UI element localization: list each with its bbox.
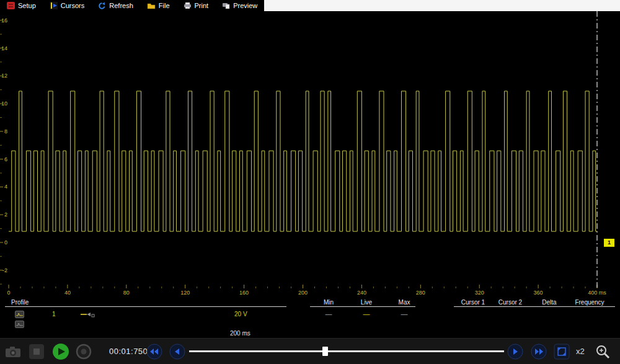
stop-button[interactable] <box>29 344 45 360</box>
x-axis-label: 360 <box>534 290 543 296</box>
x-axis-label: 0 <box>7 290 10 296</box>
y-axis-label: 4 <box>0 184 7 190</box>
divider <box>5 306 286 307</box>
playback-controls: 00:01:750 x2 <box>0 338 620 364</box>
y-axis-label: 0 <box>0 239 7 246</box>
zoom-button[interactable] <box>594 343 611 360</box>
timeline-slider-handle[interactable] <box>322 347 328 356</box>
profile-header: Profile <box>11 299 29 306</box>
y-axis-label: 8 <box>0 128 7 135</box>
y-axis-label: 12 <box>0 73 7 79</box>
x-axis-label: 40 <box>64 290 71 296</box>
setup-icon <box>7 2 15 9</box>
zoom-factor-label: x2 <box>576 347 585 356</box>
y-axis-label: 2 <box>0 211 7 218</box>
y-axis-label: 6 <box>0 156 7 162</box>
measurements-panel: Profile Min Live Max Cursor 1 Cursor 2 D… <box>0 298 620 338</box>
menubar-spacer <box>264 0 620 11</box>
min-header: Min <box>324 299 334 306</box>
cursors-icon <box>50 2 58 9</box>
play-button[interactable] <box>52 343 69 360</box>
snapshot-button[interactable] <box>5 345 21 358</box>
x-axis-label: 400 ms <box>588 290 606 296</box>
menu-preview[interactable]: Preview <box>215 0 264 11</box>
menu-cursors[interactable]: Cursors <box>43 0 92 11</box>
menu-setup-label: Setup <box>18 2 36 9</box>
refresh-icon <box>98 2 106 10</box>
step-forward-button[interactable] <box>507 344 523 360</box>
channel1-live-value: — <box>363 310 370 317</box>
printer-icon <box>184 2 192 9</box>
x-axis-label: 160 <box>239 290 249 296</box>
channel1-max-value: — <box>401 310 408 317</box>
divider <box>310 306 415 307</box>
x-axis-label: 120 <box>180 290 190 296</box>
menu-file-label: File <box>159 2 170 9</box>
max-header: Max <box>399 299 410 306</box>
channel1-number: 1 <box>52 311 56 317</box>
oscilloscope-app: Setup Cursors Refresh File Print Preview… <box>0 0 620 364</box>
waveform-plot[interactable]: 1 1614121086420-204080120160200240280320… <box>0 11 620 288</box>
frequency-header: Frequency <box>575 299 604 306</box>
menu-refresh-label: Refresh <box>109 2 133 9</box>
x-axis-label: 280 <box>416 290 425 296</box>
x-axis-label: 320 <box>475 290 484 296</box>
timebase-value[interactable]: 200 ms <box>230 330 250 337</box>
waveform-canvas[interactable] <box>0 11 620 288</box>
divider <box>454 306 615 307</box>
y-axis-label: -2 <box>0 267 7 273</box>
folder-icon <box>147 2 156 9</box>
menu-file[interactable]: File <box>140 0 177 11</box>
channel-marker[interactable]: 1 <box>604 239 614 247</box>
live-header: Live <box>361 299 372 306</box>
cursor2-header: Cursor 2 <box>498 299 522 306</box>
menu-print-label: Print <box>195 2 209 9</box>
channel1-range[interactable]: 20 V <box>234 311 247 317</box>
zoom-mode-button[interactable] <box>554 344 570 360</box>
fast-forward-button[interactable] <box>531 344 547 360</box>
menu-preview-label: Preview <box>233 2 257 9</box>
x-axis-label: 240 <box>357 290 366 296</box>
menu-refresh[interactable]: Refresh <box>91 0 140 11</box>
waveform-trace <box>9 91 597 231</box>
x-axis-label: 80 <box>123 290 130 296</box>
rewind-button[interactable] <box>146 344 162 360</box>
cursor1-header: Cursor 1 <box>461 299 485 306</box>
time-display: 00:01:750 <box>109 347 148 356</box>
menu-bar: Setup Cursors Refresh File Print Preview <box>0 0 620 11</box>
record-button[interactable] <box>76 344 92 360</box>
step-back-button[interactable] <box>169 344 185 360</box>
print-preview-icon <box>222 2 230 9</box>
channel2-settings-button[interactable] <box>15 319 24 331</box>
menu-print[interactable]: Print <box>177 0 216 11</box>
channel1-min-value: — <box>326 310 332 317</box>
y-axis-label: 16 <box>0 17 7 24</box>
y-axis-label: 14 <box>0 45 7 51</box>
menu-cursors-label: Cursors <box>61 2 85 9</box>
x-axis-label: 200 <box>298 290 308 296</box>
y-axis-label: 10 <box>0 100 7 107</box>
delta-header: Delta <box>542 299 556 306</box>
probe-icon <box>81 309 95 321</box>
timeline-slider-track[interactable] <box>189 350 504 352</box>
menu-setup[interactable]: Setup <box>0 0 43 11</box>
